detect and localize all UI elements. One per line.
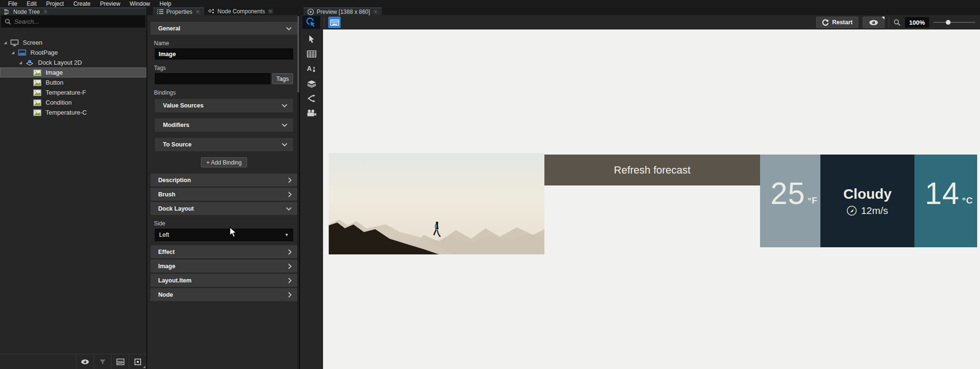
image-thumbnail-icon <box>33 69 41 76</box>
tab-properties[interactable]: Properties × <box>153 8 204 15</box>
tab-node-components[interactable]: Node Components × <box>204 8 277 15</box>
tree-item-temperature-f[interactable]: Temperature-F <box>0 87 146 97</box>
search-input[interactable] <box>14 18 124 25</box>
menu-project[interactable]: Project <box>42 0 68 8</box>
section-modifiers[interactable]: Modifiers <box>155 118 293 132</box>
menu-file[interactable]: File <box>4 0 21 8</box>
dropdown-arrow-icon: ▼ <box>285 233 289 237</box>
svg-text:A: A <box>307 65 312 72</box>
tree-item-rootpage[interactable]: ◢ RootPage <box>0 48 146 58</box>
expander-icon[interactable]: ◢ <box>11 50 16 55</box>
tags-input[interactable] <box>159 76 266 82</box>
weather-app: Refresh forecast 25 °F Cloudy 12m/s <box>329 153 977 254</box>
tree-item-label: RootPage <box>30 49 58 56</box>
section-brush[interactable]: Brush <box>151 188 297 201</box>
tab-node-components-close-icon[interactable]: × <box>268 9 273 14</box>
grid-view-button[interactable] <box>111 354 129 369</box>
visualization-button[interactable] <box>863 17 885 28</box>
section-value-sources[interactable]: Value Sources <box>155 99 293 112</box>
condition-label: Cloudy <box>843 186 892 202</box>
visibility-toggle-button[interactable] <box>76 354 94 369</box>
state-flow-icon[interactable] <box>307 95 316 102</box>
mountain-hiker-image <box>329 153 544 254</box>
tree-item-dock-layout-2d[interactable]: ◢ Dock Layout 2D <box>0 58 146 68</box>
kanzi-studio-window: File Edit Project Create Preview Window … <box>0 0 980 369</box>
refresh-forecast-button[interactable]: Refresh forecast <box>544 155 760 185</box>
zoom-slider-track <box>933 22 975 23</box>
side-dropdown[interactable]: Left ▼ <box>155 229 293 241</box>
interaction-tool-button[interactable] <box>302 16 320 29</box>
layers-icon[interactable] <box>307 80 316 87</box>
section-image[interactable]: Image <box>151 260 297 272</box>
tab-preview-close-icon[interactable]: × <box>373 10 378 14</box>
section-layout-item[interactable]: Layout.Item <box>151 274 297 287</box>
chevron-down-icon <box>286 207 292 211</box>
menu-edit[interactable]: Edit <box>22 0 41 8</box>
menu-help[interactable]: Help <box>155 0 176 8</box>
data-grid-icon[interactable] <box>307 50 316 58</box>
preview-canvas[interactable]: Refresh forecast 25 °F Cloudy 12m/s <box>323 29 980 369</box>
preview-tool-strip: A <box>300 29 323 369</box>
section-to-source[interactable]: To Source <box>155 138 293 151</box>
chevron-right-icon <box>288 263 292 269</box>
menu-preview[interactable]: Preview <box>95 0 124 8</box>
eye-icon <box>81 359 89 365</box>
section-node[interactable]: Node <box>151 288 297 301</box>
zoom-level-value[interactable]: 100% <box>905 17 929 28</box>
tree-item-temperature-c[interactable]: Temperature-C <box>0 107 146 117</box>
section-to-source-label: To Source <box>163 141 191 148</box>
expander-icon[interactable]: ◢ <box>19 60 23 65</box>
properties-panel: General Name Tags Tags Bindings Value So… <box>147 15 300 369</box>
tab-properties-close-icon[interactable]: × <box>195 10 200 14</box>
add-binding-button[interactable]: + Add Binding <box>201 157 247 167</box>
tags-button[interactable]: Tags <box>272 73 293 84</box>
chevron-down-icon <box>282 123 287 127</box>
properties-scrollbar[interactable] <box>297 15 299 369</box>
scrollbar-thumb[interactable] <box>297 16 299 92</box>
menu-window[interactable]: Window <box>125 0 154 8</box>
section-dock-layout[interactable]: Dock Layout <box>151 202 297 215</box>
text-analysis-icon[interactable]: A <box>307 65 316 73</box>
restart-button[interactable]: Restart <box>816 17 858 28</box>
tab-node-tree[interactable]: Node Tree × <box>0 8 146 15</box>
chevron-right-icon <box>288 278 292 283</box>
zoom-slider[interactable] <box>933 18 975 27</box>
tree-item-button[interactable]: Button <box>0 78 146 87</box>
name-input[interactable] <box>159 51 289 58</box>
temp-f-unit: °F <box>808 196 818 205</box>
virtual-keyboard-button[interactable] <box>328 17 341 28</box>
toolbar-divider <box>889 17 889 28</box>
expander-icon[interactable]: ◢ <box>4 40 8 45</box>
zoom-slider-thumb[interactable] <box>946 20 951 25</box>
section-description[interactable]: Description <box>151 174 297 186</box>
temperature-f-panel: 25 °F <box>760 155 820 247</box>
section-general[interactable]: General <box>151 22 297 35</box>
screen-icon <box>10 39 19 46</box>
section-effect[interactable]: Effect <box>151 245 297 258</box>
node-tree-panel: ◢ Screen ◢ RootPage ◢ Dock Layout 2D <box>0 15 147 369</box>
tree-item-image[interactable]: Image <box>0 68 146 78</box>
menu-create[interactable]: Create <box>69 0 95 8</box>
select-cursor-icon[interactable] <box>308 35 315 43</box>
tree-item-label: Screen <box>23 39 42 46</box>
mouse-cursor <box>229 227 238 238</box>
tab-properties-label: Properties <box>166 9 192 15</box>
preview-mode-button[interactable] <box>129 354 146 369</box>
tags-field[interactable] <box>155 73 270 84</box>
square-dot-icon <box>134 359 141 365</box>
tree-item-condition[interactable]: Condition <box>0 97 146 107</box>
chevron-down-icon <box>282 104 287 107</box>
image-thumbnail-icon <box>33 79 41 86</box>
filter-icon <box>99 359 106 365</box>
image-thumbnail-icon <box>33 99 41 106</box>
filter-button[interactable] <box>94 354 111 369</box>
tab-preview[interactable]: Preview [1388 x 860] × <box>304 8 382 15</box>
temp-c-value: 14 <box>925 178 960 209</box>
tab-node-tree-close-icon[interactable]: × <box>43 10 48 14</box>
camera-icon[interactable] <box>307 109 316 117</box>
dock-tab-bar: Node Tree × Properties × Node Components… <box>0 8 980 15</box>
tree-item-screen[interactable]: ◢ Screen <box>0 38 146 48</box>
node-tree-search[interactable] <box>1 15 145 28</box>
tags-label: Tags <box>154 65 297 71</box>
name-field[interactable] <box>155 49 293 59</box>
